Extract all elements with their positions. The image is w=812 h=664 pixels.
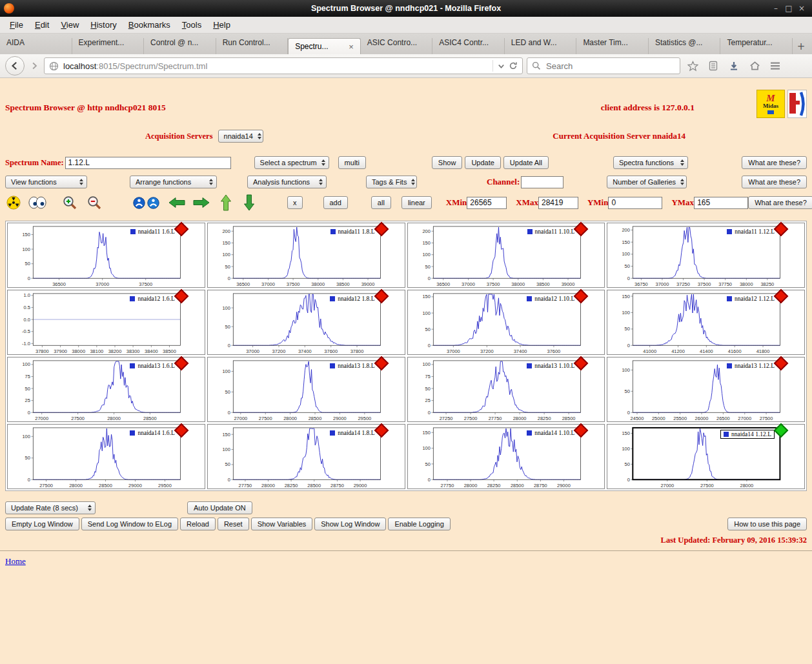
eyes-icon[interactable]: [28, 196, 46, 209]
update-button[interactable]: Update: [465, 156, 500, 169]
spectrum-plot-nnaida14-1.12.l[interactable]: 270002750028000050100150nnaida14 1.12.L: [607, 424, 805, 489]
menu-file[interactable]: File: [4, 18, 29, 32]
minimize-button[interactable]: –: [771, 4, 781, 13]
show-log-window-button[interactable]: Show Log Window: [314, 518, 386, 530]
tab-run-control...[interactable]: Run Control...: [216, 38, 289, 54]
menu-help[interactable]: Help: [207, 18, 236, 32]
what-are-these-button-2[interactable]: What are these?: [742, 176, 807, 188]
figure-blue-1-icon[interactable]: [133, 197, 145, 209]
lab-logo[interactable]: [787, 90, 807, 118]
send-log-window-to-elog-button[interactable]: Send Log Window to ELog: [81, 518, 178, 530]
what-are-these-button-1[interactable]: What are these?: [742, 156, 807, 169]
spectrum-plot-nnaida11-1.12.l[interactable]: 3675037000372503750037750380003825005010…: [607, 223, 805, 288]
close-button[interactable]: ×: [797, 4, 807, 13]
tab-aida[interactable]: AIDA: [0, 38, 72, 54]
view-functions-select[interactable]: View functions: [5, 176, 87, 188]
auto-update-button[interactable]: Auto Update ON: [187, 501, 252, 514]
what-are-these-button-3[interactable]: What are these?: [748, 196, 812, 209]
search-input[interactable]: [545, 61, 657, 72]
radioactive-icon[interactable]: [6, 196, 21, 210]
add-button[interactable]: add: [323, 196, 348, 209]
spectrum-plot-nnaida12-1.8.l[interactable]: 3700037200374003760037800050100nnaida12 …: [207, 290, 405, 355]
update-all-button[interactable]: Update All: [503, 156, 549, 169]
galleries-select[interactable]: Number of Galleries: [607, 176, 687, 188]
new-tab-button[interactable]: +: [793, 39, 809, 54]
empty-log-window-button[interactable]: Empty Log Window: [5, 518, 79, 530]
enable-logging-button[interactable]: Enable Logging: [388, 518, 450, 530]
arrange-functions-select[interactable]: Arrange functions: [130, 176, 217, 188]
channel-input[interactable]: [521, 176, 563, 188]
analysis-functions-select[interactable]: Analysis functions: [247, 176, 327, 188]
bookmark-star-button[interactable]: [684, 57, 701, 74]
zoom-in-icon[interactable]: [62, 195, 77, 210]
xmin-input[interactable]: [467, 197, 507, 209]
spectrum-plot-nnaida13-1.8.l[interactable]: 270002750028000285002900029500050100nnai…: [207, 357, 405, 422]
multi-button[interactable]: multi: [338, 156, 366, 169]
titlebar[interactable]: Spectrum Browser @ nndhcp021 - Mozilla F…: [0, 0, 812, 17]
spectrum-plot-nnaida14-1.8.l[interactable]: 277502800028250285002875029000050100150n…: [207, 424, 405, 489]
ymin-input[interactable]: [608, 197, 662, 209]
downloads-button[interactable]: [726, 57, 742, 74]
tab-led-and-w...[interactable]: LED and W...: [505, 38, 577, 54]
reset-button[interactable]: Reset: [218, 518, 249, 530]
maximize-button[interactable]: □: [784, 4, 794, 13]
spectrum-plot-nnaida14-1.6.l[interactable]: 2750028000285002900029500050100nnaida14 …: [7, 424, 205, 489]
menu-button[interactable]: [767, 57, 784, 74]
show-button[interactable]: Show: [432, 156, 463, 169]
arrow-left-icon[interactable]: [168, 197, 185, 208]
tab-asic-contro...[interactable]: ASIC Contro...: [361, 38, 433, 54]
reload-button[interactable]: Reload: [180, 518, 216, 530]
menu-history[interactable]: History: [85, 18, 122, 32]
x-button[interactable]: x: [287, 196, 303, 209]
back-button[interactable]: [5, 56, 25, 75]
spectrum-plot-nnaida12-1.12.l[interactable]: 4100041200414004160041800050100150nnaida…: [607, 290, 805, 355]
search-bar[interactable]: [527, 57, 680, 74]
tab-asic4-contr...[interactable]: ASIC4 Contr...: [432, 38, 505, 54]
all-button[interactable]: all: [371, 196, 391, 209]
spectrum-plot-nnaida13-1.10.l[interactable]: 2725027500277502800028250285000255075100…: [407, 357, 605, 422]
bookmarks-menu-button[interactable]: [705, 57, 722, 74]
tab-experiment...[interactable]: Experiment...: [72, 38, 145, 54]
spectrum-plot-nnaida11-1.10.l[interactable]: 3650037000375003800038500390000501001502…: [407, 223, 605, 288]
spectrum-plot-nnaida11-1.6.l[interactable]: 365003700037500050100150nnaida11 1.6.L: [7, 223, 205, 288]
linear-button[interactable]: linear: [401, 196, 432, 209]
figure-blue-2-icon[interactable]: [147, 197, 159, 209]
select-spectrum-select[interactable]: Select a spectrum: [254, 156, 329, 169]
spectrum-plot-nnaida11-1.8.l[interactable]: 3650037000375003800038500390000501001502…: [207, 223, 405, 288]
tab-temperatur...[interactable]: Temperatur...: [720, 38, 793, 54]
url-text[interactable]: localhost:8015/Spectrum/Spectrum.tml: [63, 60, 207, 72]
menu-bookmarks[interactable]: Bookmarks: [123, 18, 176, 32]
show-variables-button[interactable]: Show Variables: [251, 518, 313, 530]
spectrum-plot-nnaida14-1.10.l[interactable]: 277502800028250285002875029000050100150n…: [407, 424, 605, 489]
how-to-use-button[interactable]: How to use this page: [727, 518, 807, 530]
midas-logo[interactable]: M Midas: [756, 90, 785, 118]
spectrum-plot-nnaida12-1.10.l[interactable]: 37000372003740037600050100150nnaida12 1.…: [407, 290, 605, 355]
ymax-input[interactable]: [694, 197, 748, 209]
acquisition-server-select[interactable]: nnaida14: [218, 130, 263, 143]
arrow-up-icon[interactable]: [220, 194, 232, 211]
menu-view[interactable]: View: [55, 18, 85, 32]
home-link[interactable]: Home: [5, 556, 26, 567]
menu-tools[interactable]: Tools: [176, 18, 207, 32]
spectrum-plot-nnaida13-1.6.l[interactable]: 270002750028000285000255075100nnaida13 1…: [7, 357, 205, 422]
url-bar[interactable]: localhost:8015/Spectrum/Spectrum.tml: [44, 57, 523, 74]
xmax-input[interactable]: [538, 197, 578, 209]
spectrum-plot-nnaida12-1.6.l[interactable]: 3780037900380003810038200383003840038500…: [7, 290, 205, 355]
menu-edit[interactable]: Edit: [29, 18, 55, 32]
tags-fits-select[interactable]: Tags & Fits: [366, 176, 417, 188]
tab-spectru...[interactable]: Spectru...×: [288, 38, 361, 54]
spectrum-name-input[interactable]: [65, 157, 231, 169]
forward-button[interactable]: [28, 58, 40, 74]
reload-icon[interactable]: [509, 61, 518, 70]
tab-master-tim...[interactable]: Master Tim...: [576, 38, 649, 54]
tab-close-icon[interactable]: ×: [349, 42, 354, 52]
tab-statistics-...[interactable]: Statistics @...: [649, 38, 721, 54]
update-rate-select[interactable]: Update Rate (8 secs): [5, 501, 96, 514]
spectra-functions-select[interactable]: Spectra functions: [613, 156, 688, 169]
chevron-down-icon[interactable]: [498, 63, 505, 70]
spectrum-plot-nnaida13-1.12.l[interactable]: 2450025000255002600026500270002750005010…: [607, 357, 805, 422]
zoom-out-icon[interactable]: [86, 195, 102, 210]
arrow-down-icon[interactable]: [243, 194, 255, 211]
tab-control-n...[interactable]: Control @ n...: [144, 38, 216, 54]
arrow-right-icon[interactable]: [193, 197, 210, 208]
